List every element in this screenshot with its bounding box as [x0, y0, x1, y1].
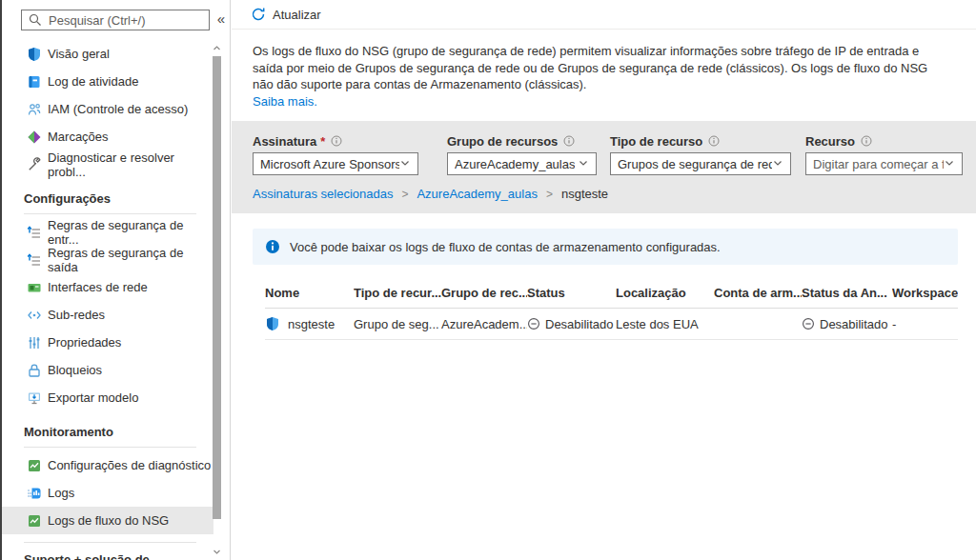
disabled-status-icon — [527, 317, 540, 330]
sidebar-item-label: Logs de fluxo do NSG — [48, 513, 169, 528]
sidebar-search-box[interactable] — [21, 10, 210, 30]
sidebar-item-overview[interactable]: Visão geral — [2, 40, 214, 68]
breadcrumb-separator-icon: > — [546, 188, 553, 201]
chevron-down-icon — [944, 157, 955, 171]
label-text: Assinatura — [253, 134, 316, 149]
breadcrumb-subscriptions-link[interactable]: Assinaturas selecionadas — [253, 187, 393, 201]
chevron-down-icon — [578, 157, 589, 171]
sidebar-item-logs[interactable]: Logs — [2, 479, 214, 507]
sidebar-item-properties[interactable]: Propriedades — [2, 329, 214, 356]
sidebar-section-settings: Configurações — [2, 178, 214, 213]
disabled-status-icon — [802, 317, 815, 330]
row-status-cell: Desabilitado — [527, 317, 616, 331]
collapse-sidebar-icon[interactable]: « — [217, 11, 225, 26]
subnet-icon — [27, 308, 42, 323]
column-header-name[interactable]: Nome — [265, 286, 354, 300]
breadcrumb-resource-group-link[interactable]: AzureAcademy_aulas — [417, 187, 537, 201]
column-header-storage-account[interactable]: Conta de arm... — [714, 286, 802, 300]
resource-type-label: Tipo de recurso — [610, 133, 791, 149]
sidebar-item-network-interfaces[interactable]: Interfaces de rede — [2, 273, 214, 301]
resource-combobox[interactable] — [805, 152, 963, 175]
column-header-workspace[interactable]: Workspace d... — [892, 286, 958, 300]
column-header-status[interactable]: Status — [527, 286, 616, 300]
column-header-resource-group[interactable]: Grupo de rec... — [441, 286, 527, 300]
export-template-icon — [27, 390, 42, 406]
required-marker: * — [320, 134, 325, 149]
row-resource-group: AzureAcadem... — [441, 317, 527, 331]
subscription-dropdown[interactable]: Microsoft Azure Sponsorship — [253, 152, 418, 175]
sidebar-item-label: Logs — [48, 486, 74, 500]
sidebar-item-label: Configurações de diagnóstico — [48, 458, 211, 472]
resource-group-dropdown[interactable]: AzureAcademy_aulas — [447, 152, 597, 175]
wrench-icon — [27, 157, 42, 172]
tag-icon — [27, 130, 42, 145]
shield-icon — [27, 47, 42, 62]
sidebar-item-label: Regras de segurança de entr... — [48, 218, 214, 247]
resource-type-dropdown[interactable]: Grupos de segurança de rede — [610, 152, 791, 175]
dropdown-value: Grupos de segurança de rede — [618, 157, 772, 171]
table-header-row: Nome Tipo de recur... Grupo de rec... St… — [265, 278, 958, 309]
column-header-analytics-status[interactable]: Status da An... — [802, 286, 892, 300]
sidebar-item-inbound-rules[interactable]: Regras de segurança de entr... — [2, 218, 214, 246]
chevron-down-icon — [772, 157, 783, 171]
row-location: Leste dos EUA — [616, 317, 714, 331]
search-input[interactable] — [49, 13, 203, 28]
divider — [24, 213, 196, 214]
table-row[interactable]: nsgteste Grupo de seg... AzureAcadem... … — [265, 309, 958, 340]
refresh-button[interactable]: Atualizar — [251, 7, 321, 22]
sidebar-item-nsg-flow-logs[interactable]: Logs de fluxo do NSG — [2, 507, 214, 534]
logs-icon — [27, 486, 42, 501]
resource-group-label: Grupo de recursos — [447, 133, 597, 149]
sidebar-search-row: « — [2, 0, 230, 32]
sidebar-item-label: IAM (Controle de acesso) — [48, 102, 188, 116]
column-header-resource-type[interactable]: Tipo de recur... — [354, 286, 441, 300]
sidebar-item-label: Regras de segurança de saída — [48, 246, 214, 274]
sidebar-item-label: Interfaces de rede — [48, 280, 148, 294]
sidebar-item-diagnostic-settings[interactable]: Configurações de diagnóstico — [2, 451, 214, 479]
sidebar: « Visão geral Log de atividade IAM (Cont… — [2, 0, 231, 560]
chevron-down-icon — [399, 157, 411, 171]
sidebar-item-label: Log de atividade — [48, 74, 138, 89]
sidebar-item-label: Visão geral — [48, 47, 110, 61]
properties-icon — [27, 335, 42, 350]
description-text: Os logs de fluxo do NSG (grupo de segura… — [253, 43, 942, 93]
breadcrumb-current: nsgteste — [561, 187, 608, 201]
info-banner: Você pode baixar os logs de fluxo de con… — [253, 229, 958, 265]
column-header-location[interactable]: Localização — [616, 286, 714, 300]
sidebar-item-export-template[interactable]: Exportar modelo — [2, 384, 214, 411]
sidebar-item-label: Propriedades — [48, 335, 121, 350]
info-banner-text: Você pode baixar os logs de fluxo de con… — [290, 240, 721, 254]
nsg-flow-logs-blade: Atualizar Os logs de fluxo do NSG (grupo… — [232, 0, 976, 560]
inbound-rules-icon — [27, 225, 42, 240]
diagnostic-settings-icon — [27, 458, 42, 473]
info-tooltip-icon[interactable] — [563, 135, 575, 147]
lock-icon — [27, 363, 42, 378]
row-name-cell[interactable]: nsgteste — [265, 316, 354, 331]
row-workspace: - — [892, 317, 958, 331]
sidebar-item-tags[interactable]: Marcações — [2, 123, 214, 150]
info-tooltip-icon[interactable] — [861, 135, 872, 147]
people-icon — [27, 102, 42, 117]
scroll-down-icon[interactable] — [212, 547, 222, 557]
row-resource-type: Grupo de seg... — [354, 317, 441, 331]
sidebar-item-activity-log[interactable]: Log de atividade — [2, 68, 214, 95]
nsg-shield-icon — [265, 316, 280, 331]
info-tooltip-icon[interactable] — [331, 135, 342, 147]
sidebar-scrollbar[interactable] — [212, 43, 222, 560]
sidebar-item-diagnose[interactable]: Diagnosticar e resolver probl... — [2, 150, 214, 178]
scrollbar-thumb[interactable] — [213, 56, 221, 519]
sidebar-item-subnets[interactable]: Sub-redes — [2, 301, 214, 329]
row-analytics-status-cell: Desabilitado — [802, 317, 892, 331]
breadcrumb: Assinaturas selecionadas > AzureAcademy_… — [253, 187, 963, 201]
sidebar-item-outbound-rules[interactable]: Regras de segurança de saída — [2, 246, 214, 273]
search-icon — [28, 12, 43, 28]
sidebar-item-iam[interactable]: IAM (Controle de acesso) — [2, 95, 214, 123]
learn-more-link[interactable]: Saiba mais. — [253, 93, 317, 110]
filter-row: Assinatura * Microsoft Azure Sponsorship… — [253, 133, 963, 175]
scroll-up-icon[interactable] — [212, 43, 222, 53]
resource-filter-input[interactable] — [813, 157, 944, 171]
sidebar-item-locks[interactable]: Bloqueios — [2, 356, 214, 384]
activity-log-icon — [27, 74, 42, 90]
info-tooltip-icon[interactable] — [708, 135, 720, 147]
filter-resource-type: Tipo de recurso Grupos de segurança de r… — [610, 133, 791, 175]
